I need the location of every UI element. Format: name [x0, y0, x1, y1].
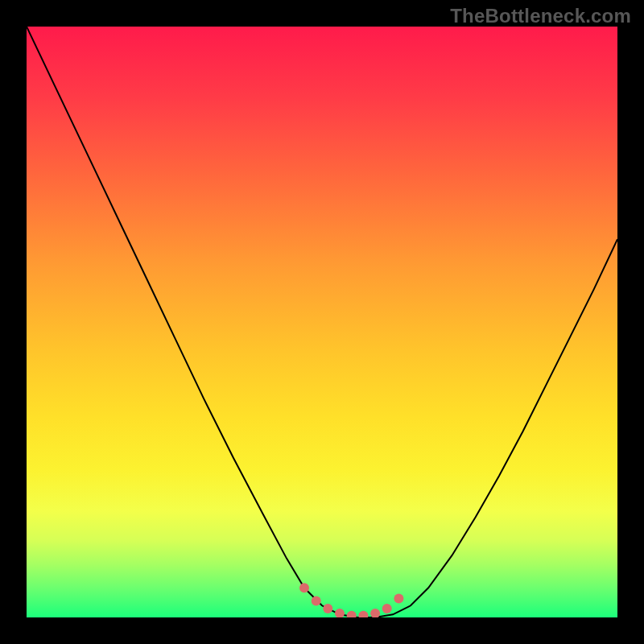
chart-frame: TheBottleneck.com	[0, 0, 644, 644]
trough-marker-dot	[347, 611, 357, 617]
trough-marker-dot	[382, 604, 392, 613]
trough-marker-dot	[299, 583, 309, 592]
trough-marker-dot	[312, 596, 321, 605]
bottleneck-curve-path	[27, 27, 617, 617]
trough-marker-dot	[358, 611, 368, 617]
trough-marker-dot	[370, 609, 380, 617]
trough-marker-dot	[323, 604, 332, 613]
trough-marker-group	[299, 583, 403, 617]
trough-marker-dot	[394, 594, 403, 604]
watermark-text: TheBottleneck.com	[450, 5, 631, 27]
chart-svg	[27, 27, 617, 617]
plot-area	[27, 27, 617, 617]
trough-marker-dot	[335, 609, 345, 617]
